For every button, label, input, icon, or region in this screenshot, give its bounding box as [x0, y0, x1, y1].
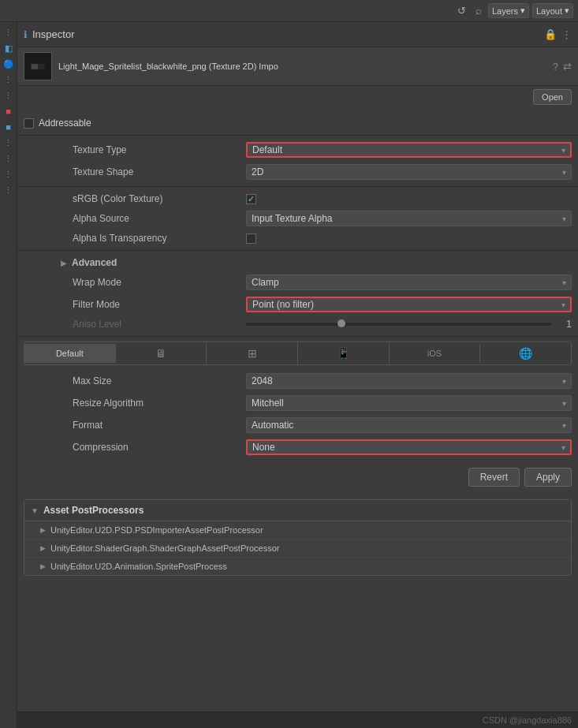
srgb-checkbox[interactable]: ✓: [246, 194, 256, 204]
texture-type-text: Default: [252, 144, 282, 155]
texture-type-dropdown[interactable]: Default ▾: [246, 142, 572, 158]
sidebar-icon-8[interactable]: ⋮: [2, 183, 16, 197]
divider-3: [17, 250, 578, 251]
lock-icon[interactable]: 🔒: [544, 28, 557, 40]
resize-algorithm-dropdown[interactable]: Mitchell ▾: [246, 395, 572, 411]
sidebar-icon-5[interactable]: ⋮: [2, 136, 16, 150]
max-size-arrow-icon: ▾: [562, 377, 566, 386]
sidebar-icon-inspector[interactable]: ◧: [2, 41, 16, 55]
texture-shape-dropdown[interactable]: 2D ▾: [246, 164, 572, 180]
tab-tv[interactable]: ⊞: [207, 342, 298, 364]
android-icon: 📱: [337, 347, 350, 360]
footer: CSDN @jiangdaxia886: [17, 711, 578, 728]
addressable-checkbox[interactable]: [24, 118, 34, 129]
tab-web[interactable]: 🌐: [480, 342, 571, 364]
tab-default[interactable]: Default: [24, 344, 116, 363]
post-proc-item-0-arrow-icon: ▶: [40, 526, 46, 534]
sidebar-icon-6[interactable]: ⋮: [2, 151, 16, 166]
wrap-mode-label: Wrap Mode: [73, 277, 246, 288]
layout-label: Layout: [536, 6, 562, 16]
aniso-level-value: 1: [246, 319, 572, 330]
aniso-slider-row: 1: [246, 319, 572, 330]
aniso-level-row: Aniso Level 1: [17, 315, 578, 333]
aniso-slider-thumb[interactable]: [337, 319, 345, 327]
post-proc-item-0[interactable]: ▶ UnityEditor.U2D.PSD.PSDImporterAssetPo…: [24, 521, 571, 539]
main-layout: ⋮ ◧ 🔵 ⋮ ⋮ ■ ■ ⋮ ⋮ ⋮ ⋮ ℹ Inspector 🔒 ⋮ ▓▓…: [0, 22, 578, 728]
format-arrow-icon: ▾: [562, 421, 566, 430]
post-proc-item-1-text: UnityEditor.ShaderGraph.ShaderGraphAsset…: [50, 543, 279, 553]
resize-algorithm-row: Resize Algorithm Mitchell ▾: [17, 392, 578, 414]
open-button[interactable]: Open: [533, 89, 572, 105]
texture-shape-text: 2D: [252, 166, 263, 177]
alpha-transparency-row: Alpha Is Transparency: [17, 230, 578, 247]
settings-icon[interactable]: ⇄: [563, 61, 572, 73]
tab-android[interactable]: 📱: [298, 342, 390, 364]
post-processors-header[interactable]: ▼ Asset PostProcessors: [24, 500, 571, 521]
sidebar-icon-3[interactable]: ⋮: [2, 73, 16, 87]
sidebar-icon-1[interactable]: ⋮: [2, 25, 16, 39]
compression-row: Compression None ▾: [17, 436, 578, 458]
divider-1: [17, 135, 578, 136]
tab-ios[interactable]: iOS: [390, 344, 481, 363]
max-size-dropdown[interactable]: 2048 ▾: [246, 373, 572, 389]
format-dropdown[interactable]: Automatic ▾: [246, 417, 572, 433]
format-text: Automatic: [252, 420, 293, 431]
alpha-transparency-checkbox[interactable]: [246, 233, 256, 244]
platform-tabs: Default 🖥 ⊞ 📱 iOS 🌐: [24, 342, 572, 365]
aniso-level-label: Aniso Level: [73, 319, 246, 330]
sidebar-icon-2[interactable]: 🔵: [2, 57, 16, 71]
resize-algorithm-label: Resize Algorithm: [73, 398, 246, 409]
aniso-slider-track[interactable]: [246, 323, 551, 326]
sidebar-icon-4[interactable]: ⋮: [2, 88, 16, 103]
sidebar-icon-blue[interactable]: ■: [2, 120, 16, 134]
divider-2: [17, 186, 578, 187]
alpha-source-row: Alpha Source Input Texture Alpha ▾: [17, 207, 578, 230]
texture-shape-arrow-icon: ▾: [562, 168, 566, 177]
inspector-panel: ℹ Inspector 🔒 ⋮ ▓▓▒▒ Light_Mage_Spriteli…: [17, 22, 578, 728]
texture-type-row: Texture Type Default ▾: [17, 139, 578, 161]
inspector-header-icons: 🔒 ⋮: [544, 28, 572, 40]
advanced-section-header[interactable]: ▶ Advanced: [17, 254, 578, 271]
info-icon: ℹ: [24, 29, 28, 40]
advanced-arrow-icon: ▶: [61, 259, 67, 267]
texture-shape-value: 2D ▾: [246, 164, 572, 180]
revert-button[interactable]: Revert: [468, 468, 520, 487]
top-bar: ↺ ⌕ Layers ▾ Layout ▾: [0, 0, 578, 22]
sidebar-icon-7[interactable]: ⋮: [2, 167, 16, 181]
more-options-icon[interactable]: ⋮: [561, 28, 572, 40]
post-proc-item-2-text: UnityEditor.U2D.Animation.SpritePostProc…: [50, 562, 227, 571]
compression-dropdown[interactable]: None ▾: [246, 439, 572, 455]
apply-button[interactable]: Apply: [524, 468, 572, 487]
post-proc-item-2[interactable]: ▶ UnityEditor.U2D.Animation.SpritePostPr…: [24, 558, 571, 575]
help-icon[interactable]: ?: [553, 61, 558, 73]
post-proc-item-2-arrow-icon: ▶: [40, 562, 46, 570]
compression-value: None ▾: [246, 439, 572, 455]
left-sidebar: ⋮ ◧ 🔵 ⋮ ⋮ ■ ■ ⋮ ⋮ ⋮ ⋮: [0, 22, 17, 728]
alpha-source-dropdown[interactable]: Input Texture Alpha ▾: [246, 211, 572, 226]
asset-thumbnail: ▓▓▒▒: [24, 52, 52, 80]
filter-mode-dropdown[interactable]: Point (no filter) ▾: [246, 297, 572, 312]
max-size-value: 2048 ▾: [246, 373, 572, 389]
filter-mode-label: Filter Mode: [73, 299, 246, 310]
web-icon: 🌐: [519, 347, 532, 360]
compression-text: None: [252, 442, 275, 453]
srgb-label: sRGB (Color Texture): [73, 193, 246, 204]
filter-mode-text: Point (no filter): [252, 299, 314, 310]
tab-default-label: Default: [56, 349, 84, 358]
layers-chevron-icon: ▾: [520, 6, 525, 16]
layout-dropdown[interactable]: Layout ▾: [532, 3, 573, 18]
tv-icon: ⊞: [248, 347, 257, 360]
post-proc-item-1[interactable]: ▶ UnityEditor.ShaderGraph.ShaderGraphAss…: [24, 539, 571, 558]
sidebar-icon-red[interactable]: ■: [2, 104, 16, 118]
layers-dropdown[interactable]: Layers ▾: [488, 3, 529, 18]
tab-pc[interactable]: 🖥: [116, 342, 207, 364]
asset-header-icons: ? ⇄: [553, 61, 572, 73]
max-size-row: Max Size 2048 ▾: [17, 370, 578, 392]
format-row: Format Automatic ▾: [17, 414, 578, 436]
pc-icon: 🖥: [155, 347, 166, 360]
search-button[interactable]: ⌕: [472, 3, 485, 18]
undo-button[interactable]: ↺: [454, 3, 469, 18]
wrap-mode-dropdown[interactable]: Clamp ▾: [246, 274, 572, 290]
alpha-transparency-value: [246, 233, 572, 244]
addressable-row: Addressable: [17, 114, 578, 132]
